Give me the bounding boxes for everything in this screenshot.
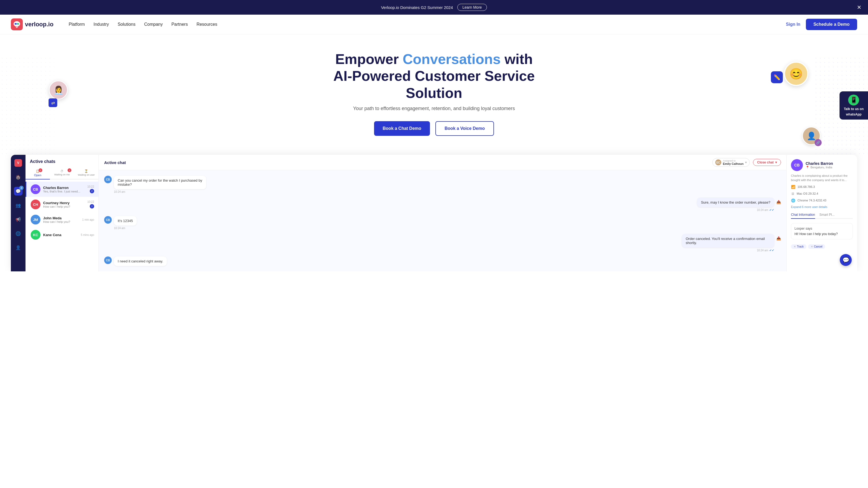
user-info-header: CB Charles Barron 📍 Bengaluru, India xyxy=(791,159,853,171)
dash-sidebar: V 🏠 💬 2 👥 📢 🌐 👤 xyxy=(11,155,26,271)
nav-resources[interactable]: Resources xyxy=(196,22,217,27)
chat-name-john: John Meda xyxy=(43,216,80,220)
user-os-row: 🖥 Mac OS 29.32.4 xyxy=(791,192,853,196)
nav-links: Platform Industry Solutions Company Part… xyxy=(69,22,777,27)
sidebar-megaphone-icon[interactable]: 📢 xyxy=(14,215,23,224)
ci-tab-smart-pl[interactable]: Smart Pl... xyxy=(819,211,835,218)
chat-preview-courtney: How can I help you? xyxy=(43,205,85,208)
nav-company[interactable]: Company xyxy=(144,22,162,27)
tag-cancel[interactable]: ✕ Cancel xyxy=(808,244,825,249)
navbar: verloop.io Platform Industry Solutions C… xyxy=(0,14,868,34)
msg-time-3: 10:24 am xyxy=(114,227,137,230)
close-chat-label: Close chat xyxy=(757,161,774,164)
icon-badge-left: ⇄ xyxy=(49,98,57,107)
chevron-down-icon-close: ▾ xyxy=(775,161,777,164)
announcement-banner: Verloop.io Dominates G2 Summer 2024 Lear… xyxy=(0,0,868,14)
nav-partners[interactable]: Partners xyxy=(172,22,188,27)
user-location-text: Bengaluru, India xyxy=(810,166,832,169)
chat-avatar-kane: KC xyxy=(31,230,40,240)
icon-badge-right-bottom: 🔗 xyxy=(814,139,822,146)
tab-waiting-on-user[interactable]: ⏳ Waiting on user xyxy=(74,167,98,179)
user-browser: Chrome 74.3.4232.43 xyxy=(798,199,826,202)
hero-headline-2: with xyxy=(501,51,533,67)
msg-time-2: 10:24 am ✔✔ xyxy=(697,208,774,212)
hero-headline-1: Empower xyxy=(335,51,403,67)
user-info-panel: CB Charles Barron 📍 Bengaluru, India Cha… xyxy=(786,155,857,271)
send-icon-1: 📤 xyxy=(776,200,781,204)
logo-text: verloop.io xyxy=(25,21,54,28)
logo-icon xyxy=(11,19,23,30)
ci-tab-chat-info[interactable]: Chat Information xyxy=(791,211,815,219)
whatsapp-float[interactable]: 📱 Talk to us on whatsApp xyxy=(839,91,868,120)
expand-details-link[interactable]: Expand 6 more user details xyxy=(791,205,853,208)
tab-waiting-on-me[interactable]: ⏱ Waiting on me 1 xyxy=(50,167,74,179)
nav-platform[interactable]: Platform xyxy=(69,22,85,27)
chat-avatar-courtney: CH xyxy=(31,199,40,209)
message-1: CB Can you cancel my order for the watch… xyxy=(104,176,781,193)
chat-avatar-john: JM xyxy=(31,215,40,225)
active-chat-panel: Active chat EC Assigned to Emily Calhoun… xyxy=(99,155,786,271)
banner-text: Verloop.io Dominates G2 Summer 2024 xyxy=(381,5,453,10)
user-ip-row: 📶 106.68.786.3 xyxy=(791,185,853,189)
msg-time-1: 10:24 am xyxy=(114,190,206,193)
msg-avatar-user-1: CB xyxy=(104,176,112,183)
chat-list-header: Active chats xyxy=(26,159,98,167)
chat-item-john[interactable]: JM John Meda How can I help you? 1 min a… xyxy=(26,212,98,227)
message-3: CB It's 12345 10:24 am xyxy=(104,216,781,230)
msg-bubble-3: It's 12345 xyxy=(114,216,137,226)
looper-header: Looper says xyxy=(795,227,849,230)
nav-industry[interactable]: Industry xyxy=(94,22,109,27)
sidebar-team-icon[interactable]: 👥 xyxy=(14,201,23,209)
chat-name-kane: Kane Cena xyxy=(43,233,78,237)
msg-bubble-1: Can you cancel my order for the watch I … xyxy=(114,176,206,189)
whatsapp-label-1: Talk to us on xyxy=(844,107,864,111)
sidebar-chat-icon[interactable]: 💬 2 xyxy=(14,187,23,195)
book-voice-demo-button[interactable]: Book a Voice Demo xyxy=(435,121,494,136)
chat-tabs: 📋 Open 6 ⏱ Waiting on me 1 ⏳ Waiting on … xyxy=(26,167,98,180)
dot-pattern-left xyxy=(0,56,54,155)
message-5: CB I need it canceled right away. xyxy=(104,257,781,266)
hero-subtext: Your path to effortless engagement, rete… xyxy=(11,106,857,111)
chat-bubble-fab[interactable]: 💬 xyxy=(840,254,852,266)
close-banner-button[interactable]: ✕ xyxy=(857,4,862,10)
x-icon-cancel: ✕ xyxy=(811,245,813,248)
logo-link[interactable]: verloop.io xyxy=(11,19,54,30)
nav-solutions[interactable]: Solutions xyxy=(118,22,135,27)
schedule-demo-button[interactable]: Schedule a Demo xyxy=(806,19,857,30)
hero-headline-line2: AI-Powered Customer Service Solution xyxy=(333,68,535,101)
tag-track-label: Track xyxy=(797,245,804,248)
chat-info-courtney: Courtney Henry How can I help you? xyxy=(43,201,85,208)
hero-section: 👩‍💼 ⇄ ✏️ 😊 👤 🔗 📱 Talk to us on whatsApp … xyxy=(0,34,868,155)
sidebar-home-icon[interactable]: 🏠 xyxy=(14,173,23,182)
chat-info-john: John Meda How can I help you? xyxy=(43,216,80,223)
user-avatar: CB xyxy=(791,159,803,171)
close-chat-button[interactable]: Close chat ▾ xyxy=(753,159,781,166)
tag-cancel-label: Cancel xyxy=(814,245,823,248)
chat-meta-charles: 10:22 2 xyxy=(87,185,94,193)
svg-point-4 xyxy=(18,23,19,25)
assigned-to-badge[interactable]: EC Assigned to Emily Calhoun ▾ xyxy=(712,158,750,167)
float-avatar-right-top: ✏️ 😊 xyxy=(771,62,808,86)
location-pin-icon: 📍 xyxy=(806,166,809,169)
assigned-label: Assigned to Emily Calhoun xyxy=(723,159,744,165)
wifi-icon: 📶 xyxy=(791,185,795,189)
hero-headline: Empower Conversations with AI-Powered Cu… xyxy=(312,51,556,101)
sidebar-logo: V xyxy=(14,159,23,167)
chat-meta-kane: 5 mins ago xyxy=(81,233,94,236)
msg-avatar-user-5: CB xyxy=(104,257,112,264)
active-chat-title: Active chat xyxy=(104,160,126,165)
tag-track[interactable]: ✕ Track xyxy=(791,244,806,249)
monitor-icon: 🖥 xyxy=(791,192,795,196)
tab-open[interactable]: 📋 Open 6 xyxy=(26,167,50,180)
chat-item-charles[interactable]: CB Charles Barron Yes, that's fine. I ju… xyxy=(26,182,98,197)
chat-item-kane[interactable]: KC Kane Cena 5 mins ago xyxy=(26,227,98,242)
book-chat-demo-button[interactable]: Book a Chat Demo xyxy=(374,121,430,136)
user-location: 📍 Bengaluru, India xyxy=(806,166,833,169)
sidebar-globe-icon[interactable]: 🌐 xyxy=(14,229,23,238)
learn-more-button[interactable]: Learn More xyxy=(457,4,487,11)
sidebar-person-icon[interactable]: 👤 xyxy=(14,243,23,252)
chevron-down-icon: ▾ xyxy=(745,161,747,164)
chat-item-courtney[interactable]: CH Courtney Henry How can I help you? 10… xyxy=(26,197,98,212)
message-2: Sure, may I know the order number, pleas… xyxy=(104,198,781,212)
sign-in-button[interactable]: Sign In xyxy=(786,22,800,27)
